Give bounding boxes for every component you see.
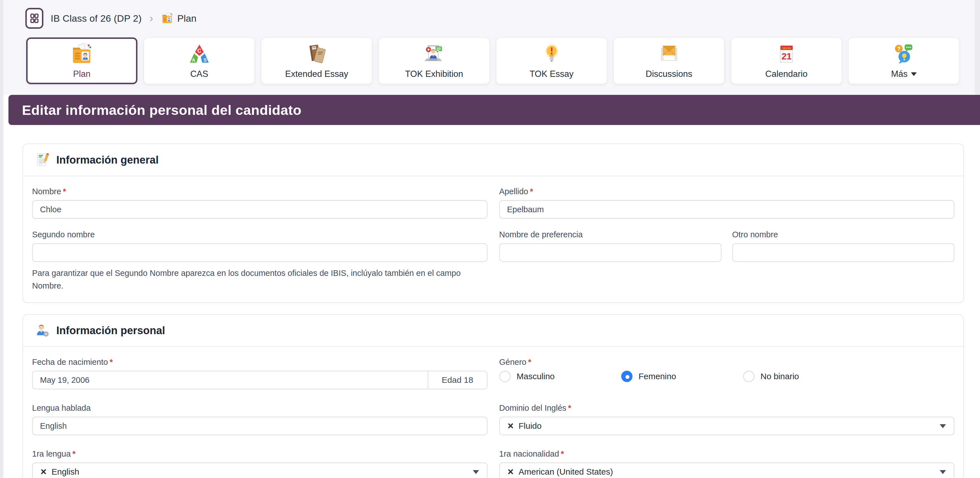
tab-cas[interactable]: CAS — [144, 37, 255, 84]
scrollbar-track[interactable] — [975, 0, 980, 95]
field-segundo-nombre: Segundo nombre Para garantizar que el Se… — [32, 230, 487, 292]
edad-addon: Edad 18 — [428, 371, 487, 389]
general-info-header: Información general — [23, 144, 963, 176]
dominio-ingles-label: Dominio del Inglés — [499, 403, 566, 413]
field-nombre: Nombre* — [32, 187, 487, 219]
primera-nacionalidad-value: American (United States) — [519, 467, 613, 476]
field-otro-nombre: Otro nombre — [732, 230, 955, 292]
plan-folder-icon — [70, 43, 94, 65]
segundo-nombre-input[interactable] — [32, 243, 487, 262]
section-title: Información personal — [56, 325, 165, 337]
tab-label: Extended Essay — [285, 69, 348, 79]
left-gutter — [0, 0, 3, 478]
required-marker: * — [63, 187, 66, 196]
field-primera-lengua: 1ra lengua* × English — [32, 449, 487, 478]
genero-radio-group: Masculino Femenino No binario — [499, 371, 955, 382]
tab-label: CAS — [190, 69, 208, 79]
apellido-input[interactable] — [499, 200, 955, 219]
remove-icon[interactable]: × — [41, 467, 46, 477]
radio-label: No binario — [760, 372, 799, 381]
breadcrumb-current-label: Plan — [177, 13, 197, 24]
required-marker: * — [530, 187, 533, 196]
required-marker: * — [110, 357, 113, 367]
radio-masculino[interactable]: Masculino — [499, 371, 621, 382]
nombre-input[interactable] — [32, 200, 487, 219]
apps-grid-button[interactable] — [25, 8, 43, 29]
lengua-hablada-label: Lengua hablada — [32, 403, 91, 413]
module-tabs: Plan CAS Extended Essay TOK Exhibition T… — [26, 37, 959, 84]
nombre-label: Nombre — [32, 187, 61, 196]
person-gear-icon — [35, 324, 49, 338]
chevron-down-icon — [940, 424, 946, 428]
required-marker: * — [72, 449, 75, 458]
general-info-card: Información general Nombre* Apellido* Se… — [22, 144, 964, 303]
tab-label: TOK Essay — [530, 69, 573, 79]
nombre-preferencia-label: Nombre de preferencia — [499, 230, 583, 239]
lightbulb-icon — [540, 43, 563, 65]
breadcrumb: IB Class of 26 (DP 2) › Plan — [25, 8, 197, 29]
help-bubbles-icon — [892, 43, 915, 65]
tab-tok-essay[interactable]: TOK Essay — [496, 37, 607, 84]
required-marker: * — [528, 357, 531, 367]
tab-mas[interactable]: Más — [848, 37, 959, 84]
breadcrumb-current: Plan — [161, 12, 197, 24]
tab-discussions[interactable]: Discussions — [613, 37, 725, 84]
radio-label: Femenino — [639, 372, 676, 381]
tab-calendario[interactable]: Calendario — [731, 37, 842, 84]
field-lengua-hablada: Lengua hablada — [32, 403, 487, 435]
otro-nombre-input[interactable] — [732, 243, 955, 262]
tab-extended-essay[interactable]: Extended Essay — [261, 37, 372, 84]
nombre-preferencia-input[interactable] — [499, 243, 721, 262]
chevron-down-icon — [473, 470, 479, 474]
primera-lengua-label: 1ra lengua — [32, 449, 71, 458]
chevron-down-icon — [940, 470, 946, 474]
dominio-ingles-select[interactable]: × Fluido — [499, 417, 955, 435]
tab-plan[interactable]: Plan — [26, 37, 137, 84]
presentation-icon — [423, 43, 446, 65]
field-fecha-nacimiento: Fecha de nacimiento* Edad 18 — [32, 357, 487, 389]
primera-nacionalidad-label: 1ra nacionalidad — [499, 449, 559, 458]
remove-icon[interactable]: × — [508, 421, 514, 431]
tab-tok-exhibition[interactable]: TOK Exhibition — [379, 37, 490, 84]
field-dominio-ingles: Dominio del Inglés* × Fluido — [499, 403, 955, 435]
field-genero: Género* Masculino Femenino No binario — [499, 357, 955, 389]
radio-circle-icon — [621, 371, 633, 382]
primera-lengua-value: English — [51, 467, 79, 476]
dominio-ingles-value: Fluido — [519, 421, 542, 431]
segundo-nombre-label: Segundo nombre — [32, 230, 95, 239]
radio-label: Masculino — [517, 372, 555, 381]
segundo-nombre-helper-text: Para garantizar que el Segundo Nombre ap… — [32, 267, 471, 292]
primera-nacionalidad-select[interactable]: × American (United States) — [499, 462, 955, 478]
page-title: Editar información personal del candidat… — [22, 102, 301, 118]
memo-pencil-icon — [35, 153, 49, 167]
personal-info-card: Información personal Fecha de nacimiento… — [22, 314, 964, 478]
radio-no-binario[interactable]: No binario — [743, 371, 865, 382]
radio-circle-icon — [743, 371, 754, 382]
radio-circle-icon — [499, 371, 511, 382]
candidate-edit-page: IB Class of 26 (DP 2) › Plan Plan CAS Ex… — [0, 0, 980, 478]
lengua-hablada-input[interactable] — [32, 417, 487, 435]
breadcrumb-class-link[interactable]: IB Class of 26 (DP 2) — [51, 13, 142, 24]
field-primera-nacionalidad: 1ra nacionalidad* × American (United Sta… — [499, 449, 955, 478]
otro-nombre-label: Otro nombre — [732, 230, 778, 239]
required-marker: * — [561, 449, 564, 458]
section-title: Información general — [56, 154, 159, 166]
genero-label: Género — [499, 357, 527, 367]
fecha-nacimiento-input[interactable] — [33, 371, 428, 389]
chevron-down-icon — [911, 72, 916, 76]
apellido-label: Apellido — [499, 187, 528, 196]
calendar-icon — [775, 43, 798, 65]
personal-info-header: Información personal — [23, 315, 963, 347]
chevron-right-icon: › — [150, 13, 153, 24]
field-nombre-preferencia: Nombre de preferencia — [499, 230, 721, 292]
radio-femenino[interactable]: Femenino — [621, 371, 743, 382]
tab-label: Más — [891, 69, 908, 79]
cas-triangle-icon — [188, 43, 211, 65]
tab-label: Discussions — [646, 69, 692, 79]
remove-icon[interactable]: × — [508, 467, 514, 477]
tab-label: TOK Exhibition — [405, 69, 463, 79]
fecha-nacimiento-label: Fecha de nacimiento — [32, 357, 108, 367]
tab-label: Plan — [73, 69, 91, 79]
primera-lengua-select[interactable]: × English — [32, 462, 487, 478]
notebooks-icon — [305, 43, 328, 65]
